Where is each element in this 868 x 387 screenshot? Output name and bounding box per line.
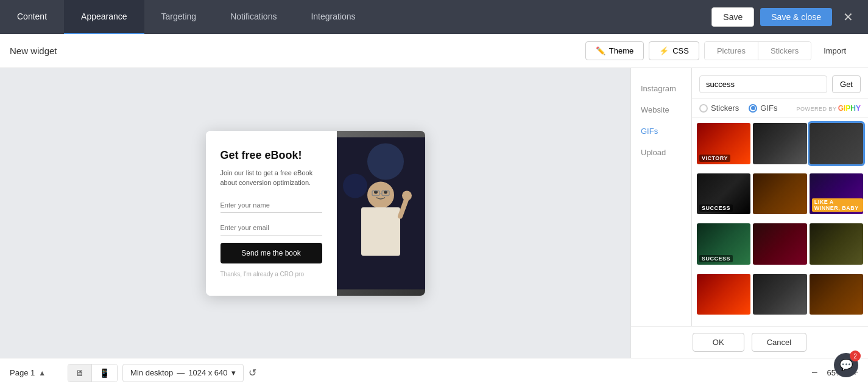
widget-left: Get free eBook! Join our list to get a f… [206,131,337,296]
gif-item[interactable]: SUCCESS [697,173,750,215]
bottom-bar: Page 1 ▲ 🖥 📱 Min desktop — 1024 x 640 ▾ … [0,358,868,387]
theme-button[interactable]: ✏️ Theme [585,41,644,60]
device-controls: 🖥 📱 Min desktop — 1024 x 640 ▾ ↺ [68,364,256,382]
css-button[interactable]: ⚡ CSS [649,41,699,60]
giphy-powered-text: POWERED BY [796,106,836,112]
gif-item[interactable]: LIKE A WINNER, BABY [810,173,863,215]
brush-icon: ✏️ [596,46,605,55]
page-label: Page 1 [10,368,35,377]
nav-actions: Save Save & close ✕ [711,7,868,27]
radio-row: Stickers GIFs POWERED BY GIPHY [692,99,868,118]
radio-stickers[interactable]: Stickers [699,103,739,113]
gif-item[interactable]: VICTORY [697,123,750,164]
svg-point-11 [402,190,412,200]
desktop-icon: 🖥 [76,368,84,378]
tab-integrations[interactable]: Integrations [294,0,372,34]
lightning-icon: ⚡ [659,46,669,55]
tab-stickers[interactable]: Stickers [758,42,811,60]
gif-item[interactable] [753,223,806,265]
sub-header: New widget ✏️ Theme ⚡ CSS Pictures Stick… [0,34,868,68]
notification-count: 2 [850,350,861,361]
widget-cta-button[interactable]: Send me the book [221,243,322,263]
gif-grid: VICTORY SUCCESS LIKE A WINNER, BABY [692,118,868,326]
widget-name-input[interactable] [221,198,322,213]
widget-person-illustration [337,131,425,296]
widget-image [337,131,425,296]
sidebar-item-website[interactable]: Website [631,99,691,120]
save-button[interactable]: Save [711,7,754,27]
sidebar-item-instagram[interactable]: Instagram [631,78,691,99]
widget-title: New widget [10,46,57,56]
svg-point-2 [343,173,367,198]
refresh-button[interactable]: ↺ [249,364,256,382]
canvas-area: Get free eBook! Join our list to get a f… [0,68,630,358]
panel-footer: OK Cancel [631,326,868,358]
tab-targeting[interactable]: Targeting [144,0,214,34]
panel-inner: Instagram Website GIFs Upload Get Sticke… [631,68,868,326]
tab-pictures[interactable]: Pictures [705,42,758,60]
panel-sidebar: Instagram Website GIFs Upload [631,68,692,326]
mobile-button[interactable]: 📱 [92,364,117,382]
chevron-down-icon: ▾ [231,368,236,377]
gif-item[interactable] [697,274,750,315]
gif-overlay: LIKE A WINNER, BABY [812,198,863,212]
cancel-button[interactable]: Cancel [752,333,806,352]
widget-email-input[interactable] [221,220,322,235]
save-close-button[interactable]: Save & close [760,8,832,26]
close-button[interactable]: ✕ [838,7,858,27]
right-panel: Instagram Website GIFs Upload Get Sticke… [630,68,868,358]
refresh-icon: ↺ [249,368,256,378]
svg-point-1 [367,143,404,180]
sidebar-item-gifs[interactable]: GIFs [631,120,691,142]
gif-overlay: SUCCESS [699,204,733,212]
nav-tabs: Content Appearance Targeting Notificatio… [0,0,373,34]
page-chevron-up[interactable]: ▲ [38,369,46,377]
ok-button[interactable]: OK [693,333,744,352]
gif-item[interactable] [810,223,863,265]
gif-item[interactable] [753,123,806,164]
giphy-logo: POWERED BY GIPHY [796,104,861,113]
main-content: Get free eBook! Join our list to get a f… [0,68,868,358]
panel-content: Get Stickers GIFs POWERED BY GIPHY [692,68,868,326]
widget-description: Join our list to get a free eBook about … [221,168,322,188]
widget-skip-link[interactable]: Thanks, I'm already a CRO pro [221,271,322,277]
viewport-size: 1024 x 640 [188,368,227,377]
radio-stickers-circle [699,104,708,113]
viewport-separator: — [177,368,185,377]
gif-item[interactable] [810,274,863,315]
media-tabs: Pictures Stickers [704,41,811,60]
desktop-button[interactable]: 🖥 [68,364,92,382]
gif-item[interactable]: SUCCESS [697,223,750,265]
svg-point-3 [367,181,394,208]
sidebar-item-upload[interactable]: Upload [631,142,691,163]
zoom-out-button[interactable]: − [811,366,818,379]
import-button[interactable]: Import [811,41,858,60]
viewport-selector[interactable]: Min desktop — 1024 x 640 ▾ [122,364,243,382]
widget-popup: Get free eBook! Join our list to get a f… [206,131,425,296]
gif-item[interactable] [810,123,863,164]
radio-gifs-circle [749,104,757,113]
tab-notifications[interactable]: Notifications [213,0,294,34]
page-selector: Page 1 ▲ [10,368,46,377]
widget-headline: Get free eBook! [221,149,322,162]
device-buttons: 🖥 📱 [68,364,118,382]
gif-overlay: VICTORY [699,155,730,162]
top-nav: Content Appearance Targeting Notificatio… [0,0,868,34]
radio-gifs[interactable]: GIFs [749,103,777,113]
radio-gifs-label: GIFs [760,103,777,113]
gif-item[interactable] [753,173,806,215]
chat-icon: 💬 [839,358,853,372]
viewport-label: Min desktop [130,368,173,377]
sub-header-actions: ✏️ Theme ⚡ CSS Pictures Stickers Import [585,41,858,60]
search-area: Get [692,68,868,99]
notification-badge[interactable]: 💬 2 [834,353,858,377]
tab-content[interactable]: Content [0,0,64,34]
gif-search-input[interactable] [699,75,827,93]
radio-stickers-label: Stickers [711,103,739,113]
gif-overlay: SUCCESS [699,255,733,262]
get-button[interactable]: Get [832,75,861,93]
giphy-brand-text: GIPHY [838,104,861,113]
tab-appearance[interactable]: Appearance [64,0,144,34]
mobile-icon: 📱 [99,368,110,378]
gif-item[interactable] [753,274,806,315]
